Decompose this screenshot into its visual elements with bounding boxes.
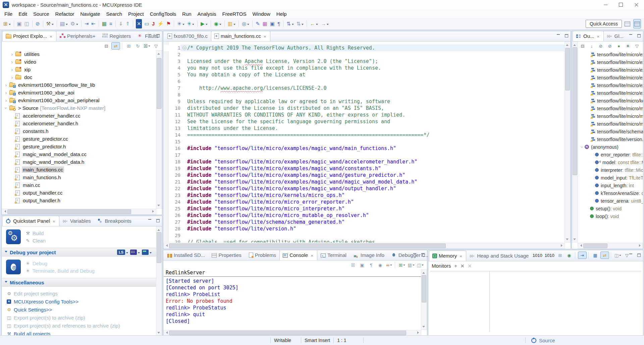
scroll-down-icon[interactable] bbox=[156, 331, 161, 336]
scroll-down-icon[interactable] bbox=[421, 325, 426, 330]
chevron-down-icon[interactable] bbox=[126, 252, 128, 255]
code-line[interactable]: 27#include "tensorflow/lite/schema/schem… bbox=[164, 219, 565, 225]
menu-edit[interactable]: Edit bbox=[15, 10, 30, 18]
link-edit-project-settings[interactable]: ⚙Edit project settings bbox=[6, 289, 156, 297]
debug-section-header[interactable]: Debug your project LS bbox=[2, 248, 156, 257]
tree-item-evkmimxrt1060-xbar-aoi[interactable]: evkmimxrt1060_xbar_aoi bbox=[2, 89, 156, 96]
debug-perspective-icon[interactable] bbox=[633, 19, 641, 28]
code-line[interactable]: 15 bbox=[164, 138, 565, 145]
scroll-up-icon[interactable] bbox=[572, 42, 577, 47]
console-tab-properties[interactable]: Properties bbox=[208, 250, 245, 260]
tree-item-doc[interactable]: doc bbox=[2, 73, 156, 81]
chevron-down-icon[interactable] bbox=[138, 252, 140, 255]
link-console-icon[interactable]: ∞ bbox=[385, 262, 393, 268]
outline-vscrollbar[interactable] bbox=[572, 42, 578, 243]
tree-item-output-handler-h[interactable]: output_handler.h bbox=[2, 197, 156, 204]
outline-item-interpreter[interactable]: interpreter : tflite::MicroInterpreter* bbox=[578, 166, 643, 174]
close-icon[interactable] bbox=[49, 33, 53, 39]
maximize-view-icon[interactable] bbox=[156, 34, 160, 38]
quickstart-tab-quickstart-panel[interactable]: Quickstart Panel bbox=[2, 216, 59, 226]
code-line[interactable]: 17 bbox=[164, 152, 565, 158]
outline-item-model[interactable]: cmodel : const tflite::Model* bbox=[578, 158, 643, 166]
link-terminate-build-and-debug[interactable]: ✳Terminate, Build and Debug bbox=[25, 268, 95, 274]
tree-item-xip[interactable]: xip bbox=[2, 66, 156, 73]
search-icon[interactable]: ◎ bbox=[241, 19, 250, 28]
pin-memory-icon[interactable]: ◉ bbox=[565, 252, 573, 259]
scroll-right-icon[interactable] bbox=[416, 330, 421, 335]
scroll-left-icon[interactable] bbox=[164, 243, 168, 248]
import-icon[interactable]: ⇓ bbox=[118, 19, 124, 28]
maximize-view-icon[interactable] bbox=[565, 34, 569, 38]
scroll-up-icon[interactable] bbox=[156, 227, 161, 231]
editor-vscrollbar[interactable] bbox=[565, 42, 571, 243]
link-build-all-projects[interactable]: ⚒Build all projects bbox=[6, 330, 156, 336]
project-tree[interactable]: utilitiesvideoxipdocevkmimxrt1060_tensor… bbox=[2, 50, 156, 209]
console-tab-image-info[interactable]: Image Info bbox=[350, 250, 388, 260]
close-icon[interactable] bbox=[596, 33, 600, 39]
focus-view-icon[interactable]: ⊞ bbox=[125, 43, 133, 49]
editor-tab-fxos8700-fifo-c[interactable]: fxos8700_fifo.c bbox=[164, 31, 211, 41]
back-icon[interactable]: ← bbox=[309, 19, 319, 28]
open-console-icon[interactable]: ⊞ bbox=[398, 262, 406, 268]
import-memory-icon[interactable]: 1010 bbox=[544, 252, 555, 259]
tree-item-accelerometer-handler-h[interactable]: accelerometer_handler.h bbox=[2, 120, 156, 127]
scroll-left-icon[interactable] bbox=[578, 243, 583, 248]
outline-hscrollbar[interactable] bbox=[578, 243, 643, 249]
show-whitespace-icon[interactable]: ¶ bbox=[276, 19, 281, 28]
chevron-down-icon[interactable] bbox=[580, 144, 585, 150]
scroll-left-icon[interactable] bbox=[2, 209, 7, 214]
probe-badge-probe[interactable] bbox=[142, 250, 149, 255]
tree-item-magic-wand-model-data-cc[interactable]: magic_wand_model_data.cc bbox=[2, 150, 156, 158]
outline-item-tensorflow-lite-micro-examples-magic-wand-accelerometer-handler-h[interactable]: tensorflow/lite/micro/examples/magic_wan… bbox=[578, 58, 643, 66]
menu-window[interactable]: Window bbox=[249, 10, 273, 18]
next-annotation-icon[interactable]: ⇅ bbox=[285, 19, 295, 28]
code-line[interactable]: 4you may not use this file except in com… bbox=[164, 65, 565, 71]
outline-item-tensorflow-lite-micro-examples-magic-wand-main-functions-h[interactable]: tensorflow/lite/micro/examples/magic_wan… bbox=[578, 51, 643, 58]
editor-grid-icon[interactable]: ▦ bbox=[262, 19, 268, 28]
tree-item-constants-h[interactable]: constants.h bbox=[2, 127, 156, 135]
code-line[interactable]: 9Unless required by applicable law or ag… bbox=[164, 98, 565, 105]
step-return-icon[interactable]: ⇤ bbox=[90, 19, 97, 28]
freertos-icon[interactable]: ✳ bbox=[176, 19, 185, 28]
build-icon[interactable]: ⚒ bbox=[45, 19, 55, 28]
quickstart-tab-variables[interactable]: Variables bbox=[59, 216, 94, 226]
chevron-icon[interactable] bbox=[3, 104, 9, 112]
menu-help[interactable]: Help bbox=[273, 10, 290, 18]
close-icon[interactable] bbox=[52, 218, 56, 224]
toggle-split-pane-icon[interactable]: ⇄ bbox=[600, 252, 609, 259]
code-line[interactable]: 26#include "tensorflow/lite/micro/micro_… bbox=[164, 212, 565, 219]
tree-item-gesture-predictor-cc[interactable]: gesture_predictor.cc bbox=[2, 135, 156, 143]
link-debug[interactable]: ✳Debug bbox=[25, 261, 95, 266]
filter-view-icon[interactable]: ☒ bbox=[143, 43, 151, 49]
display-selected-console-icon[interactable]: ▤ bbox=[407, 262, 415, 268]
sort-icon[interactable]: ↓ bbox=[588, 43, 596, 49]
outline-tree[interactable]: tensorflow/lite/micro/examples/magic_wan… bbox=[578, 51, 643, 243]
new-file-icon[interactable]: ▤ bbox=[59, 19, 69, 28]
chevron-icon[interactable] bbox=[3, 96, 9, 104]
chevron-icon[interactable] bbox=[3, 89, 9, 96]
step-into-icon[interactable]: ⇥ bbox=[84, 19, 90, 28]
close-icon[interactable] bbox=[459, 253, 463, 259]
tree-item-gesture-predictor-h[interactable]: gesture_predictor.h bbox=[2, 143, 156, 150]
outline-item-tensorflow-lite-micro-micro-error-reporter-h[interactable]: tensorflow/lite/micro/micro_error_report… bbox=[578, 105, 643, 112]
outline-item-tensorflow-lite-schema-schema-generated-h[interactable]: tensorflow/lite/schema/schema_generated.… bbox=[578, 128, 643, 135]
hide-non-public-icon[interactable]: ● bbox=[615, 43, 623, 49]
menu-run[interactable]: Run bbox=[179, 10, 195, 18]
filter-icon[interactable]: ✳ bbox=[624, 43, 632, 49]
collapse-all-icon[interactable]: ⊟ bbox=[579, 43, 587, 49]
explorer-tab-peripherals[interactable]: Peripherals+ bbox=[56, 31, 99, 41]
open-perspective-icon[interactable] bbox=[624, 19, 631, 28]
outline-item-model-input[interactable]: model_input : TfLiteTensor* bbox=[578, 174, 643, 182]
menu-source[interactable]: Source bbox=[30, 10, 52, 18]
sdk-wizard-icon[interactable]: ▥ bbox=[227, 19, 236, 28]
tree-item-main-functions-h[interactable]: main_functions.h bbox=[2, 174, 156, 181]
link-export-project-s-to-archive-zip[interactable]: ◫Export project(s) to archive (zip) bbox=[6, 314, 156, 322]
console-tab-debugger-c[interactable]: Debugger C... bbox=[388, 250, 433, 260]
code-line[interactable]: 18#include "tensorflow/lite/micro/exampl… bbox=[164, 158, 565, 165]
link-build[interactable]: ⚒Build bbox=[25, 230, 46, 236]
erase-flash-icon[interactable]: ⚑ bbox=[165, 19, 172, 28]
editor-tab-main-functions-cc[interactable]: main_functions.cc bbox=[211, 31, 270, 41]
memory-monitor-icon[interactable]: ▦ bbox=[101, 19, 108, 28]
close-icon[interactable] bbox=[263, 33, 267, 39]
scroll-right-icon[interactable] bbox=[151, 209, 156, 214]
